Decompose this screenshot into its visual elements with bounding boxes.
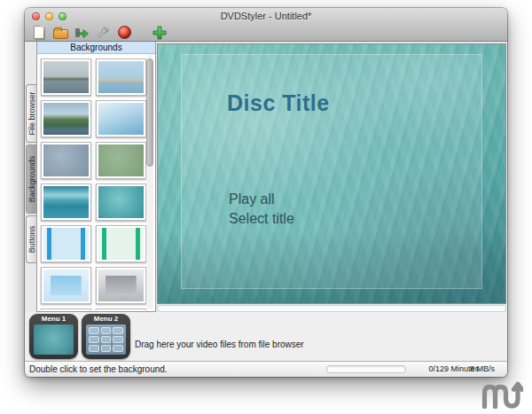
background-grid	[37, 54, 155, 310]
burn-disc-icon	[118, 26, 131, 39]
macupdate-logo	[481, 379, 523, 409]
plus-icon	[153, 26, 167, 40]
menu-label: Menu 2	[82, 314, 130, 324]
dropzone-hint: Drag here your video files from file bro…	[135, 340, 304, 349]
background-thumb-teal-bands[interactable]	[41, 184, 91, 221]
background-thumb-slate-clouds[interactable]	[41, 142, 91, 179]
screenshot-page: DVDStyler - Untitled*	[0, 0, 532, 414]
background-thumb-image	[98, 145, 144, 176]
new-document-icon	[34, 26, 44, 39]
disc-title-text[interactable]: Disc Title	[227, 90, 330, 116]
status-hint: Double click to set the background.	[29, 364, 168, 374]
menu-strip: Menu 1 Menu 2	[29, 314, 130, 359]
backgrounds-panel: Backgrounds	[36, 42, 156, 312]
window-header: DVDStyler - Untitled*	[25, 8, 507, 42]
background-thumb-image	[98, 186, 144, 218]
background-thumb-image	[98, 61, 144, 93]
background-thumb-coast-photo[interactable]	[96, 59, 146, 96]
sidebar-tab-label: Backgrounds	[27, 156, 36, 203]
menu-image	[86, 324, 126, 355]
sidebar-tab-label: File browser	[27, 91, 36, 135]
background-thumb-taupe-gradient[interactable]	[96, 309, 146, 310]
background-thumb-image	[98, 269, 144, 301]
sidebar-tab-backgrounds[interactable]: Backgrounds	[26, 145, 36, 214]
backgrounds-scrollbar[interactable]	[146, 55, 153, 309]
toolbar	[30, 23, 168, 42]
open-folder-icon	[53, 29, 68, 39]
menu-label: Menu 1	[29, 314, 78, 324]
background-thumb-image	[43, 103, 89, 135]
backgrounds-list[interactable]	[37, 54, 155, 310]
app-window: DVDStyler - Untitled*	[25, 8, 507, 377]
backgrounds-panel-header: Backgrounds	[37, 42, 155, 54]
canvas-horizontal-scrollbar[interactable]	[157, 305, 506, 312]
background-thumb-gold-gradient[interactable]	[41, 309, 91, 310]
window-title: DVDStyler - Untitled*	[25, 11, 507, 21]
sidebar-tab-label: Buttons	[27, 226, 36, 254]
sidebar-tab-file-browser[interactable]: File browser	[26, 84, 36, 143]
safe-area-frame	[181, 54, 482, 289]
burn-dvd-button[interactable]	[115, 24, 133, 41]
menu-image	[34, 324, 74, 355]
add-file-button[interactable]	[151, 24, 168, 41]
status-bar: Double click to set the background. 0/12…	[25, 361, 507, 377]
background-thumb-image	[43, 228, 89, 260]
background-thumb-river-photo[interactable]	[41, 100, 91, 137]
sidebar-tab-buttons[interactable]: Buttons	[26, 215, 36, 263]
background-thumb-blue-frame[interactable]	[41, 267, 91, 304]
background-thumb-silver-frame[interactable]	[96, 267, 146, 304]
background-thumb-harbor-photo[interactable]	[41, 59, 91, 96]
save-project-button[interactable]	[73, 24, 90, 41]
scrollbar-thumb[interactable]	[146, 59, 153, 167]
title-set-strip: Menu 1 Menu 2 Drag here your video files…	[25, 312, 507, 361]
status-speed: 8 MB/s	[470, 364, 495, 373]
settings-button[interactable]	[94, 24, 112, 41]
new-project-button[interactable]	[30, 24, 48, 41]
background-thumb-turquoise-clouds[interactable]	[96, 184, 146, 221]
background-thumb-blue-gradient[interactable]	[96, 100, 146, 137]
menu-thumbnail[interactable]: Menu 2	[82, 314, 130, 359]
open-project-button[interactable]	[51, 24, 69, 41]
background-thumb-blue-bars[interactable]	[41, 225, 91, 262]
background-thumb-image	[43, 61, 89, 93]
background-thumb-image	[43, 186, 89, 218]
green-arrow-save-icon	[74, 26, 90, 40]
background-thumb-image	[98, 228, 144, 260]
menu-thumbnail[interactable]: Menu 1	[29, 314, 78, 359]
select-title-button[interactable]: Select title	[229, 211, 294, 227]
background-thumb-green-clouds[interactable]	[96, 142, 146, 179]
capacity-gauge	[326, 365, 406, 373]
wrench-icon	[96, 26, 110, 40]
background-thumb-green-bars[interactable]	[96, 225, 146, 262]
background-thumb-image	[43, 269, 89, 301]
menu-editor-canvas[interactable]: Disc Title Play all Select title	[157, 43, 506, 304]
background-thumb-image	[43, 145, 89, 176]
status-minutes: 0/129 Minutes	[410, 364, 479, 373]
background-thumb-image	[98, 103, 144, 135]
play-all-button[interactable]: Play all	[229, 191, 275, 207]
